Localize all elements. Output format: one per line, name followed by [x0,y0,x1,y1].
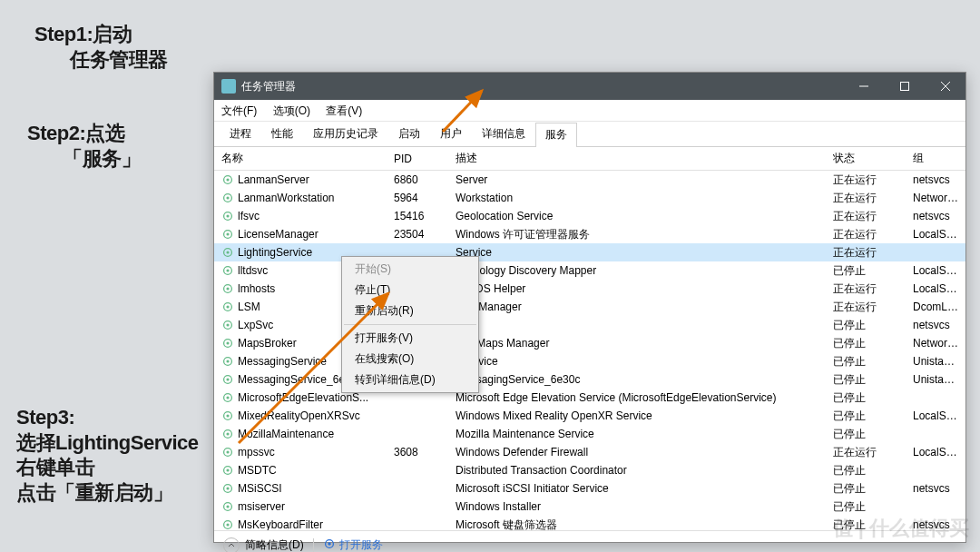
service-status: 正在运行 [833,172,913,188]
gear-icon [221,373,234,386]
table-row[interactable]: MessagingServicegService已停止UnistackSvcG.… [214,352,965,370]
table-row[interactable]: lfsvc15416Geolocation Service正在运行netsvcs [214,207,965,225]
service-name: MSDTC [238,464,277,477]
service-group: LocalService... [913,282,965,295]
svg-point-17 [226,287,229,290]
close-button[interactable] [925,73,965,100]
service-name: LicenseManager [238,228,318,241]
service-desc: Windows Installer [456,500,833,513]
service-name: MsKeyboardFilter [238,518,323,530]
service-group: netsvcs [913,482,965,495]
service-status: 正在运行 [833,191,913,206]
service-status: 正在运行 [833,445,913,460]
tab-apphistory[interactable]: 应用历史记录 [303,122,388,146]
tab-startup[interactable]: 启动 [388,122,430,146]
menu-options[interactable]: 选项(O) [273,104,310,117]
open-services-link[interactable]: 打开服务 [323,537,383,552]
titlebar[interactable]: 任务管理器 [214,73,965,100]
table-row[interactable]: mpssvc3608Windows Defender Firewall正在运行L… [214,443,965,461]
service-desc: Distributed Transaction Coordinator [456,464,833,477]
gear-icon [221,228,234,241]
service-group: NetworkServi... [913,337,965,350]
service-desc: Service [456,246,833,259]
table-row[interactable]: MicrosoftEdgeElevationS...Microsoft Edge… [214,389,965,407]
gear-icon [221,464,234,477]
tab-services[interactable]: 服务 [535,123,577,147]
gear-icon [221,482,234,495]
service-name: mpssvc [238,446,275,458]
service-desc: ded Maps Manager [456,337,833,350]
col-status[interactable]: 状态 [833,151,913,166]
table-row[interactable]: LicenseManager23504Windows 许可证管理器服务正在运行L… [214,225,965,243]
minimize-button[interactable] [843,73,884,100]
ctx-goto-details[interactable]: 转到详细信息(D) [342,370,478,390]
svg-point-27 [226,378,229,380]
gear-icon [221,319,234,331]
col-name[interactable]: 名称 [221,151,394,166]
table-row[interactable]: MSDTCDistributed Transaction Coordinator… [214,461,965,479]
table-row[interactable]: LxpSvc服务已停止netsvcs [214,316,965,334]
fewer-details[interactable]: 简略信息(D) [245,537,304,552]
svg-point-41 [226,505,229,508]
annotation-step1: Step1:启动 任务管理器 [34,22,168,72]
service-desc: sion Manager [456,301,833,313]
service-group: NetworkServi... [913,192,965,204]
gear-icon [221,301,234,313]
col-desc[interactable]: 描述 [456,151,833,166]
service-pid: 23504 [394,228,456,241]
gear-icon [221,282,234,295]
service-list[interactable]: LanmanServer6860Server正在运行netsvcsLanmanW… [214,171,965,530]
table-row[interactable]: MixedRealityOpenXRSvcWindows Mixed Reali… [214,407,965,425]
watermark: 值 | 什么值得买 [797,510,969,547]
table-row[interactable]: LanmanWorkstation5964Workstation正在运行Netw… [214,189,965,207]
service-group: netsvcs [913,210,965,222]
maximize-button[interactable] [884,73,925,100]
service-status: 已停止 [833,336,913,351]
ctx-open-services[interactable]: 打开服务(V) [342,328,478,349]
svg-rect-1 [900,83,908,91]
service-name: MessagingService [238,355,327,368]
service-group: netsvcs [913,173,965,186]
table-row[interactable]: lltdsvcr Topology Discovery Mapper已停止Loc… [214,261,965,280]
service-desc: Windows 许可证管理器服务 [456,227,833,242]
table-row[interactable]: MozillaMaintenanceMozilla Maintenance Se… [214,425,965,443]
service-name: MixedRealityOpenXRSvc [238,409,360,422]
gear-icon [323,537,336,552]
column-headers[interactable]: 名称 PID 描述 状态 组 [214,147,965,171]
col-pid[interactable]: PID [394,153,456,165]
menu-view[interactable]: 查看(V) [326,104,362,117]
table-row[interactable]: LanmanServer6860Server正在运行netsvcs [214,171,965,189]
ctx-search-online[interactable]: 在线搜索(O) [342,349,478,370]
gear-icon [221,337,234,350]
service-desc: 服务 [456,318,833,333]
service-name: MicrosoftEdgeElevationS... [238,391,368,404]
service-group: netsvcs [913,319,965,331]
tab-performance[interactable]: 性能 [261,122,303,146]
col-group[interactable]: 组 [913,151,965,166]
gear-icon [221,210,234,222]
ctx-start[interactable]: 开始(S) [342,259,478,280]
service-desc: Workstation [456,192,833,204]
table-row[interactable]: MapsBrokerded Maps Manager已停止NetworkServ… [214,334,965,352]
service-desc: Mozilla Maintenance Service [456,428,833,440]
table-row[interactable]: LightingServiceService正在运行 [214,243,965,261]
service-name: msiserver [238,500,285,513]
annotation-step2: Step2:点选 「服务」 [27,121,141,171]
table-row[interactable]: MessagingService_6e30cMessagingService_6… [214,370,965,389]
service-status: 正在运行 [833,300,913,315]
tab-processes[interactable]: 进程 [220,122,261,146]
tab-users[interactable]: 用户 [430,122,472,146]
svg-point-15 [226,269,229,271]
table-row[interactable]: LSMsion Manager正在运行DcomLaunch [214,298,965,316]
table-row[interactable]: MSiSCSIMicrosoft iSCSI Initiator Service… [214,479,965,498]
service-desc: etBIOS Helper [456,282,833,295]
ctx-stop[interactable]: 停止(T) [342,280,478,301]
tab-details[interactable]: 详细信息 [472,122,535,146]
ctx-restart[interactable]: 重新启动(R) [342,301,478,321]
service-desc: Microsoft 键盘筛选器 [456,518,833,531]
menu-file[interactable]: 文件(F) [221,104,257,117]
service-name: MozillaMaintenance [238,428,334,440]
fewer-details-icon[interactable] [223,537,240,553]
svg-point-23 [226,341,229,344]
table-row[interactable]: lmhostsetBIOS Helper正在运行LocalService... [214,280,965,298]
